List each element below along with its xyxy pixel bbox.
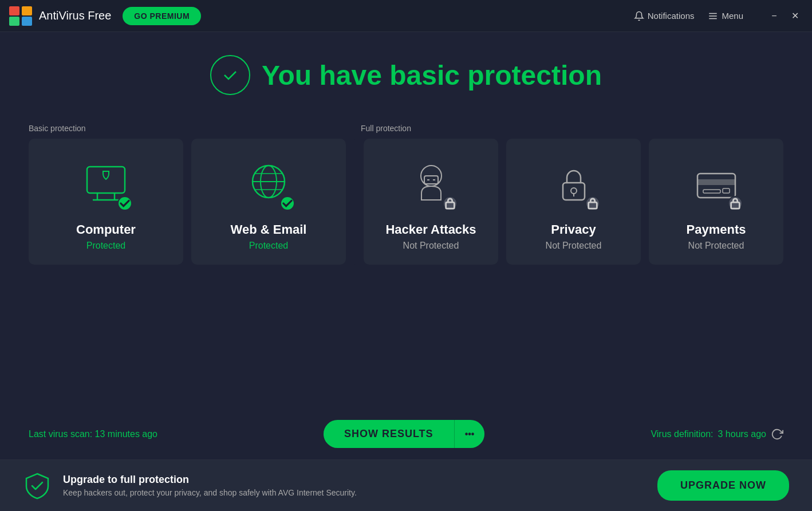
svg-rect-1 xyxy=(22,6,32,15)
titlebar-right: Notifications Menu − ✕ xyxy=(634,8,803,24)
hacker-lock-badge xyxy=(443,196,458,211)
notifications-button[interactable]: Notifications xyxy=(634,11,695,21)
hamburger-icon xyxy=(708,11,718,21)
payments-lock-badge xyxy=(728,196,743,211)
titlebar: AntiVirus Free GO PREMIUM Notifications … xyxy=(0,0,812,32)
computer-card[interactable]: Computer Protected xyxy=(29,139,183,265)
svg-rect-21 xyxy=(563,183,585,200)
svg-rect-20 xyxy=(446,202,454,209)
svg-point-22 xyxy=(571,188,577,194)
hacker-icon-wrap xyxy=(403,156,460,213)
menu-label: Menu xyxy=(722,11,743,21)
hero-title-prefix: You have xyxy=(262,60,389,91)
svg-rect-2 xyxy=(9,17,19,26)
computer-card-status: Protected xyxy=(86,241,125,251)
payments-card[interactable]: Payments Not Protected xyxy=(649,139,783,265)
checkmark-icon xyxy=(220,65,241,85)
svg-rect-29 xyxy=(731,202,739,209)
lock-icon xyxy=(444,178,456,229)
app-logo: AntiVirus Free xyxy=(9,6,111,26)
more-options-button[interactable]: ••• xyxy=(454,420,485,448)
svg-rect-17 xyxy=(424,176,438,184)
svg-rect-27 xyxy=(703,190,720,193)
web-email-card-status: Protected xyxy=(249,241,288,251)
virus-definition-info: Virus definition: 3 hours ago xyxy=(651,428,783,441)
hacker-card-status: Not Protected xyxy=(403,241,459,251)
payments-card-status: Not Protected xyxy=(688,241,744,251)
cards-labels: Basic protection Full protection xyxy=(29,124,783,133)
privacy-card[interactable]: Privacy Not Protected xyxy=(506,139,641,265)
web-email-card[interactable]: Web & Email Protected xyxy=(191,139,346,265)
lock-icon-3 xyxy=(729,178,742,229)
hero-section: You have basic protection xyxy=(210,55,602,95)
lock-icon-2 xyxy=(586,178,599,229)
window-controls: − ✕ xyxy=(766,8,803,24)
computer-icon-wrap xyxy=(77,156,135,213)
app-name-label: AntiVirus Free xyxy=(39,9,111,22)
cards-divider xyxy=(354,139,356,265)
hero-title: You have basic protection xyxy=(262,60,602,91)
svg-rect-0 xyxy=(9,6,19,15)
upgrade-text: Upgrade to full protection Keep hackers … xyxy=(63,474,357,497)
web-email-icon-wrap xyxy=(240,156,297,213)
computer-check-badge xyxy=(117,196,132,211)
last-scan-time: 13 minutes ago xyxy=(95,429,157,439)
web-email-card-title: Web & Email xyxy=(231,222,307,237)
hacker-card[interactable]: Hacker Attacks Not Protected xyxy=(364,139,498,265)
refresh-icon[interactable] xyxy=(771,428,783,441)
svg-rect-3 xyxy=(22,17,32,26)
notifications-label: Notifications xyxy=(648,11,695,21)
check-icon-2 xyxy=(281,178,294,229)
bottom-bar: Last virus scan: 13 minutes ago SHOW RES… xyxy=(0,408,812,459)
upgrade-shield-icon xyxy=(23,471,52,500)
minimize-button[interactable]: − xyxy=(766,8,782,24)
virus-def-label: Virus definition: xyxy=(651,429,713,439)
scan-actions: SHOW RESULTS ••• xyxy=(324,420,484,448)
privacy-card-status: Not Protected xyxy=(546,241,602,251)
bell-icon xyxy=(634,11,644,21)
privacy-icon-wrap xyxy=(545,156,602,213)
upgrade-subtitle: Keep hackers out, protect your privacy, … xyxy=(63,488,357,497)
hacker-card-title: Hacker Attacks xyxy=(385,222,476,237)
upgrade-title: Upgrade to full protection xyxy=(63,474,357,486)
last-scan-label: Last virus scan: xyxy=(29,429,95,439)
svg-rect-24 xyxy=(588,202,597,209)
payments-icon-wrap xyxy=(688,156,745,213)
main-content: You have basic protection Basic protecti… xyxy=(0,32,812,408)
cards-row: Computer Protected xyxy=(29,139,783,265)
hero-check-icon xyxy=(210,55,250,95)
full-protection-label: Full protection xyxy=(361,124,783,133)
last-scan-info: Last virus scan: 13 minutes ago xyxy=(29,429,157,439)
cards-section: Basic protection Full protection xyxy=(29,124,783,265)
virus-def-time: 3 hours ago xyxy=(718,429,766,439)
menu-button[interactable]: Menu xyxy=(708,11,743,21)
show-results-button[interactable]: SHOW RESULTS xyxy=(324,420,454,448)
go-premium-button[interactable]: GO PREMIUM xyxy=(123,7,201,25)
avg-logo-icon xyxy=(9,6,32,26)
hero-title-highlight: basic protection xyxy=(389,60,602,91)
upgrade-footer: Upgrade to full protection Keep hackers … xyxy=(0,459,812,511)
upgrade-now-button[interactable]: UPGRADE NOW xyxy=(657,470,789,501)
basic-protection-label: Basic protection xyxy=(29,124,361,133)
web-email-check-badge xyxy=(280,196,295,211)
close-button[interactable]: ✕ xyxy=(787,8,803,24)
check-icon xyxy=(119,178,131,229)
privacy-lock-badge xyxy=(585,196,600,211)
